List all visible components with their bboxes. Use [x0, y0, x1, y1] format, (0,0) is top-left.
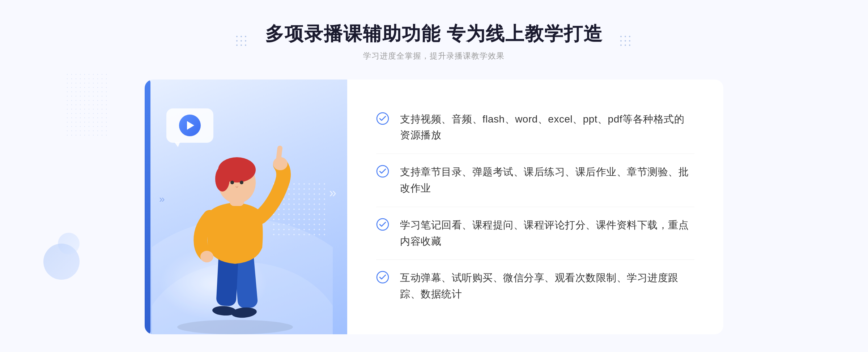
feature-item-1: 支持视频、音频、flash、word、excel、ppt、pdf等各种格式的资源…	[376, 101, 694, 154]
feature-text-4: 互动弹幕、试听购买、微信分享、观看次数限制、学习进度跟踪、数据统计	[400, 270, 694, 302]
feature-item-3: 学习笔记回看、课程提问、课程评论打分、课件资料下载，重点内容收藏	[376, 207, 694, 260]
svg-point-18	[377, 271, 388, 283]
header-dots-right	[620, 36, 632, 47]
svg-point-11	[230, 181, 234, 184]
svg-point-16	[377, 166, 388, 177]
svg-point-15	[377, 113, 388, 124]
check-icon-2	[376, 165, 389, 178]
svg-point-2	[177, 320, 293, 334]
feature-item-2: 支持章节目录、弹题考试、课后练习、课后作业、章节测验、批改作业	[376, 154, 694, 207]
feature-text-2: 支持章节目录、弹题考试、课后练习、课后作业、章节测验、批改作业	[400, 164, 694, 197]
feature-text-3: 学习笔记回看、课程提问、课程评论打分、课件资料下载，重点内容收藏	[400, 217, 694, 250]
bg-dots-left	[65, 72, 109, 137]
check-icon-4	[376, 271, 389, 284]
page-subtitle: 学习进度全掌握，提升录播课教学效果	[265, 51, 603, 61]
feature-text-1: 支持视频、音频、flash、word、excel、ppt、pdf等各种格式的资源…	[400, 111, 694, 144]
right-features-panel: 支持视频、音频、flash、word、excel、ppt、pdf等各种格式的资源…	[347, 80, 723, 334]
bg-circle-left2	[58, 233, 80, 254]
page-container: 多项录播课辅助功能 专为线上教学打造 学习进度全掌握，提升录播课教学效果 »	[0, 0, 868, 352]
panel-chevrons: »	[329, 186, 336, 199]
feature-item-4: 互动弹幕、试听购买、微信分享、观看次数限制、学习进度跟踪、数据统计	[376, 260, 694, 313]
left-illustration-panel: » »	[145, 80, 347, 334]
main-content: » »	[145, 80, 723, 334]
svg-point-10	[215, 166, 230, 192]
header-dots-left	[236, 36, 248, 47]
header-section: 多项录播课辅助功能 专为线上教学打造 学习进度全掌握，提升录播课教学效果	[265, 22, 603, 61]
chevron-icon: »	[329, 186, 336, 199]
svg-point-14	[200, 251, 213, 262]
svg-point-12	[240, 181, 243, 184]
svg-point-17	[377, 219, 388, 230]
check-icon-3	[376, 218, 389, 231]
blue-vertical-bar	[145, 80, 150, 334]
person-illustration	[163, 110, 315, 334]
page-title: 多项录播课辅助功能 专为线上教学打造	[265, 22, 603, 46]
check-icon-1	[376, 112, 389, 125]
